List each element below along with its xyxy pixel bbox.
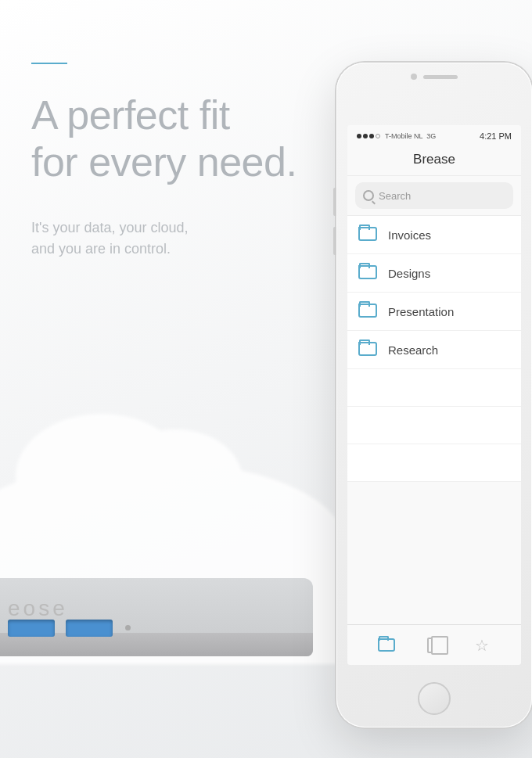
- signal-dot-2: [363, 134, 368, 138]
- empty-row-1: [347, 369, 521, 407]
- usb-ports: [8, 620, 113, 637]
- home-button[interactable]: [418, 682, 451, 715]
- camera-dot: [411, 74, 417, 80]
- tab-star-icon: ☆: [475, 638, 489, 653]
- tab-folder-icon: [378, 638, 395, 652]
- phone-mockup: T-Mobile NL 3G 4:21 PM Brease Search: [336, 63, 532, 735]
- signal-dot-1: [357, 134, 361, 138]
- signal-dot-3: [369, 134, 374, 138]
- usb-port-2: [66, 620, 113, 637]
- search-bar[interactable]: Search: [355, 182, 513, 209]
- list-item[interactable]: Research: [347, 331, 521, 369]
- list-item[interactable]: Presentation: [347, 293, 521, 331]
- accent-line: [31, 63, 67, 64]
- folder-icon: [358, 342, 379, 357]
- usb-dot: [125, 625, 131, 630]
- phone-screen: T-Mobile NL 3G 4:21 PM Brease Search: [347, 125, 521, 665]
- volume-down-button: [333, 227, 336, 255]
- tab-bar: ☆: [347, 624, 521, 665]
- status-bar: T-Mobile NL 3G 4:21 PM: [347, 125, 521, 147]
- file-list: Invoices Designs Presentation: [347, 215, 521, 482]
- file-name-research: Research: [388, 343, 438, 357]
- usb-port-1: [8, 620, 55, 637]
- file-name-designs: Designs: [388, 267, 430, 280]
- folder-icon: [358, 227, 379, 242]
- volume-up-button: [333, 188, 336, 216]
- tab-pages-icon: [427, 638, 441, 653]
- speaker-bar: [423, 75, 458, 79]
- subtext: It's your data, your cloud, and you are …: [31, 217, 329, 261]
- app-title: Brease: [357, 152, 512, 167]
- left-content-area: A perfect fit for every need. It's your …: [31, 63, 329, 260]
- signal-dots: [357, 134, 380, 138]
- tab-shared[interactable]: [424, 635, 444, 656]
- empty-row-3: [347, 444, 521, 482]
- tab-favorites[interactable]: ☆: [472, 635, 492, 656]
- folder-shape: [358, 304, 377, 318]
- list-item[interactable]: Invoices: [347, 216, 521, 254]
- file-name-invoices: Invoices: [388, 228, 431, 242]
- phone-shell: T-Mobile NL 3G 4:21 PM Brease Search: [336, 63, 532, 727]
- hardware-logo: eose: [8, 596, 68, 621]
- signal-dot-4: [376, 134, 380, 138]
- empty-row-2: [347, 407, 521, 444]
- carrier-label: T-Mobile NL 3G: [385, 132, 436, 140]
- folder-shape: [358, 342, 377, 356]
- folder-icon: [358, 265, 379, 281]
- search-placeholder: Search: [379, 190, 411, 202]
- folder-shape: [358, 265, 377, 279]
- folder-icon: [358, 304, 379, 319]
- status-time: 4:21 PM: [480, 131, 512, 141]
- headline: A perfect fit for every need.: [31, 92, 329, 186]
- file-name-presentation: Presentation: [388, 305, 454, 318]
- signal-area: T-Mobile NL 3G: [357, 132, 436, 140]
- app-header: Brease: [347, 147, 521, 176]
- tab-files[interactable]: [376, 635, 397, 656]
- list-item[interactable]: Designs: [347, 254, 521, 293]
- notch-area: [411, 74, 458, 80]
- folder-shape: [358, 227, 377, 241]
- search-icon: [363, 190, 374, 201]
